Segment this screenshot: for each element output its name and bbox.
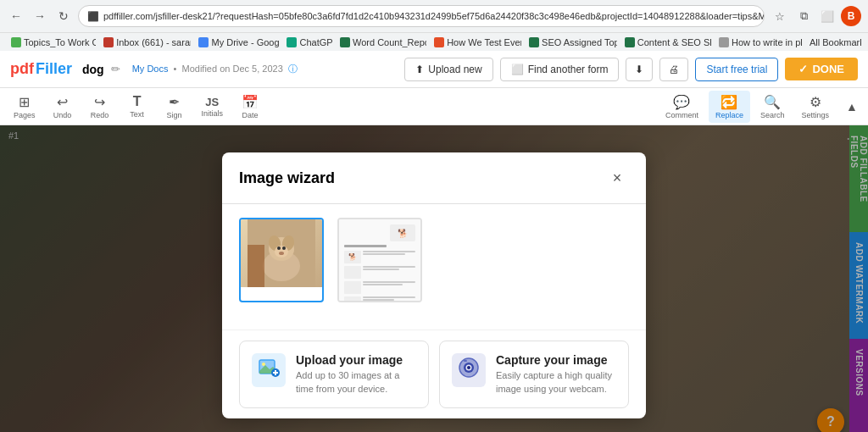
bookmark-content[interactable]: Content & SEO She... <box>620 36 711 49</box>
doc-edit-icon[interactable]: ✏ <box>111 63 120 75</box>
bookmark-topics[interactable]: Topics_To Work On... <box>7 36 96 49</box>
tool-pages[interactable]: ⊞ Pages <box>7 91 42 123</box>
back-button[interactable]: ← <box>7 7 25 25</box>
upload-new-button[interactable]: ⬆ Upload new <box>404 58 492 81</box>
tool-comment[interactable]: 💬 Comment <box>659 91 705 123</box>
undo-icon: ↩ <box>57 94 68 110</box>
dog-svg <box>248 219 315 287</box>
doc-breadcrumb-link[interactable]: My Docs <box>132 64 169 74</box>
date-label: Date <box>242 111 259 119</box>
bookmark-howtowrite-label: How to write in plai... <box>732 37 802 47</box>
logo-filler-text: Filler <box>36 60 72 78</box>
bookmark-inbox[interactable]: Inbox (661) - sarang... <box>99 36 191 49</box>
thumbnail-document[interactable]: 🐕 🐕 <box>337 218 422 302</box>
modal-header: Image wizard × <box>222 152 646 204</box>
bookmark-howwetest[interactable]: How We Test Everyt... <box>430 36 521 49</box>
tool-date[interactable]: 📅 Date <box>233 91 267 123</box>
modal-title: Image wizard <box>239 169 605 187</box>
svg-rect-15 <box>273 372 278 374</box>
browser-action-buttons: ☆ ⧉ ⬜ B <box>770 6 861 26</box>
bookmark-drive[interactable]: My Drive - Google... <box>194 36 279 49</box>
bookmark-howtowrite-icon <box>719 37 729 47</box>
app-header: pdfFiller dog ✏ My Docs • Modified on De… <box>0 51 868 88</box>
tool-initials[interactable]: JS Initials <box>195 92 231 121</box>
capture-image-card[interactable]: Capture your image Easily capture a high… <box>439 341 629 408</box>
bookmark-chatgpt[interactable]: ChatGPT <box>282 36 332 49</box>
download-button[interactable]: ⬇ <box>626 58 653 81</box>
replace-icon: 🔁 <box>721 94 737 110</box>
forward-button[interactable]: → <box>31 7 49 25</box>
bookmark-howtowrite[interactable]: How to write in plai... <box>715 36 802 49</box>
toolbar: ⊞ Pages ↩ Undo ↪ Redo T Text ✒ Sign JS I… <box>0 88 868 125</box>
action-cards: Upload your image Add up to 30 images at… <box>222 330 646 418</box>
url-text: pdffiller.com/jsfiller-desk21/?requestHa… <box>103 11 765 21</box>
tool-undo[interactable]: ↩ Undo <box>46 91 80 123</box>
url-favicon: ⬛ <box>87 11 99 22</box>
svg-point-11 <box>262 363 265 366</box>
thumbnail-dog[interactable] <box>239 218 324 302</box>
bookmark-wordcount-icon <box>340 37 350 47</box>
done-checkmark-icon: ✓ <box>798 63 808 75</box>
tool-search[interactable]: 🔍 Search <box>754 91 792 123</box>
tool-settings[interactable]: ⚙ Settings <box>794 91 836 123</box>
bookmark-drive-label: My Drive - Google... <box>211 37 279 47</box>
capture-image-content: Capture your image Easily capture a high… <box>496 353 616 396</box>
done-button[interactable]: ✓ DONE <box>785 58 858 80</box>
download-icon: ⬇ <box>635 64 643 75</box>
bookmark-chatgpt-label: ChatGPT <box>299 37 332 47</box>
bookmark-allbookmarks[interactable]: All Bookmarks <box>805 36 861 49</box>
svg-point-19 <box>467 366 470 369</box>
upload-image-icon-bg <box>252 353 286 387</box>
done-label: DONE <box>812 63 844 75</box>
modal-close-button[interactable]: × <box>605 166 629 190</box>
tool-replace[interactable]: 🔁 Replace <box>709 91 750 123</box>
bookmark-wordcount[interactable]: Word Count_Report... <box>336 36 426 49</box>
doc-line-1 <box>344 245 387 247</box>
print-icon: 🖨 <box>669 64 679 75</box>
capture-image-title: Capture your image <box>496 353 616 367</box>
doc-verified-icon: ⓘ <box>288 64 298 74</box>
upload-image-card[interactable]: Upload your image Add up to 30 images at… <box>239 341 429 408</box>
document-preview: 🐕 🐕 <box>339 219 420 302</box>
capture-image-icon-bg <box>452 353 486 387</box>
bookmarks-bar: Topics_To Work On... Inbox (661) - saran… <box>0 32 868 51</box>
redo-label: Redo <box>91 111 109 119</box>
tool-redo[interactable]: ↪ Redo <box>83 91 117 123</box>
profile-avatar[interactable]: B <box>841 6 861 26</box>
image-wizard-modal: Image wizard × <box>222 152 646 418</box>
sign-icon: ✒ <box>169 94 180 110</box>
bookmark-seo[interactable]: SEO Assigned Topic... <box>525 36 617 49</box>
tab-search-button[interactable]: ⬜ <box>817 6 837 26</box>
upload-image-icon <box>257 356 281 385</box>
svg-point-8 <box>279 252 284 255</box>
doc-name: dog <box>82 63 104 76</box>
start-trial-button[interactable]: Start free trial <box>695 58 778 81</box>
comment-label: Comment <box>665 111 698 119</box>
url-bar[interactable]: ⬛ pdffiller.com/jsfiller-desk21/?request… <box>78 5 765 27</box>
print-button[interactable]: 🖨 <box>659 58 688 81</box>
find-form-icon: ⬜ <box>511 64 524 75</box>
refresh-button[interactable]: ↻ <box>54 7 73 25</box>
toolbar-right: 💬 Comment 🔁 Replace 🔍 Search ⚙ Settings … <box>659 91 861 123</box>
bookmark-chatgpt-icon <box>287 37 297 47</box>
modal-body: 🐕 🐕 <box>222 204 646 330</box>
tool-sign[interactable]: ✒ Sign <box>158 91 192 123</box>
bookmark-star-button[interactable]: ☆ <box>770 6 790 26</box>
toolbar-expand-button[interactable]: ▲ <box>843 97 861 116</box>
tool-text[interactable]: T Text <box>120 91 154 122</box>
upload-image-title: Upload your image <box>296 353 416 367</box>
bookmark-topics-icon <box>11 37 21 47</box>
browser-chrome: ← → ↻ ⬛ pdffiller.com/jsfiller-desk21/?r… <box>0 0 868 51</box>
thumbnails-row: 🐕 🐕 <box>239 218 629 302</box>
sign-label: Sign <box>167 111 182 119</box>
upload-new-icon: ⬆ <box>415 64 424 75</box>
svg-rect-9 <box>248 245 264 287</box>
svg-point-7 <box>282 246 286 250</box>
upload-image-description: Add up to 30 images at a time from your … <box>296 369 416 396</box>
find-another-form-button[interactable]: ⬜ Find another form <box>500 58 620 81</box>
extensions-button[interactable]: ⧉ <box>793 6 814 26</box>
text-icon: T <box>133 94 142 109</box>
bookmark-inbox-icon <box>103 37 114 47</box>
initials-icon: JS <box>205 96 219 108</box>
bookmark-wordcount-label: Word Count_Report... <box>353 37 426 47</box>
